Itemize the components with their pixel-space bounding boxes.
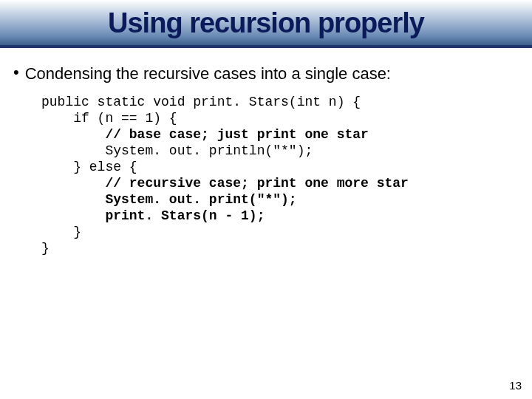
bullet-dot-icon: • (13, 64, 19, 81)
code-line: } (41, 241, 50, 256)
slide: Using recursion properly • Condensing th… (0, 0, 532, 399)
code-line: // base case; just print one star (41, 127, 369, 142)
slide-body: • Condensing the recursive cases into a … (0, 48, 532, 256)
code-line: } (41, 225, 81, 239)
code-line: // recursive case; print one more star (41, 176, 409, 191)
bullet-text: Condensing the recursive cases into a si… (25, 64, 391, 83)
code-line: public static void print. Stars(int n) { (41, 95, 361, 109)
code-line: print. Stars(n - 1); (41, 208, 265, 223)
code-line: } else { (41, 160, 137, 174)
bullet-row: • Condensing the recursive cases into a … (13, 64, 519, 83)
code-line: System. out. println("*"); (41, 143, 313, 158)
code-line: System. out. print("*"); (41, 192, 297, 207)
code-block: public static void print. Stars(int n) {… (41, 94, 519, 256)
slide-title: Using recursion properly (0, 7, 532, 39)
code-line: if (n == 1) { (41, 111, 177, 126)
title-band: Using recursion properly (0, 0, 532, 45)
page-number: 13 (509, 379, 522, 392)
